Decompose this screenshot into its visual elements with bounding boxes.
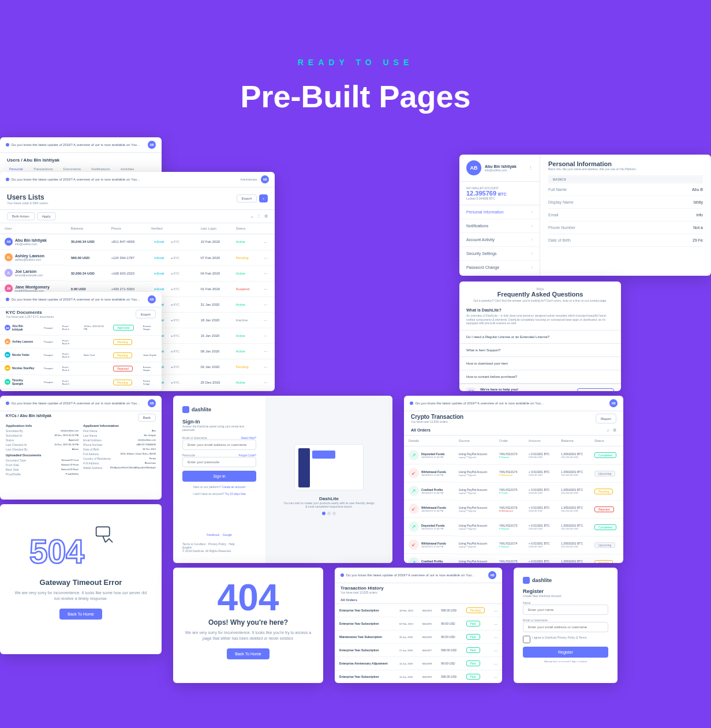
name-input[interactable] bbox=[523, 605, 608, 615]
table-row[interactable]: Maintenance Year Subscription26 Jan, 201… bbox=[335, 631, 502, 644]
more-icon[interactable]: ⋮ bbox=[529, 166, 533, 170]
sidebar-item[interactable]: Notifications› bbox=[459, 219, 540, 233]
search-icon[interactable]: ⌕ bbox=[251, 215, 253, 219]
add-button[interactable]: + bbox=[259, 194, 268, 202]
create-account-link[interactable]: Create an account bbox=[222, 485, 245, 489]
table-row[interactable]: Enterprise Year Subscription10 Feb, 2019… bbox=[335, 604, 502, 617]
agree-checkbox[interactable] bbox=[523, 636, 530, 643]
faq-question[interactable]: Do I need a Regular License or an Extend… bbox=[459, 331, 621, 344]
user-avatar: AB bbox=[466, 160, 481, 175]
avatar[interactable]: AB bbox=[148, 141, 156, 149]
faq-question[interactable]: How to contact before purchase? bbox=[459, 370, 621, 384]
avatar[interactable]: AB bbox=[261, 175, 269, 183]
info-icon bbox=[6, 143, 9, 147]
faq-card: FAQs Frequently Asked Questions Got a qu… bbox=[459, 282, 621, 391]
table-row[interactable]: NSNicolas StanfleyPassportFront / Back ▾… bbox=[0, 362, 162, 375]
error-illustration: 504 bbox=[29, 524, 133, 571]
table-row[interactable]: ↙Withdrawal Funds18/10/2019 12:04 PMUsin… bbox=[404, 500, 623, 518]
email-input[interactable] bbox=[523, 622, 608, 632]
svg-text:504: 504 bbox=[29, 534, 84, 570]
transaction-history-card: Do you know the latest update of 2019? A… bbox=[335, 568, 502, 683]
hero-title: Pre-Built Pages bbox=[0, 78, 711, 114]
table-row[interactable]: TSTimothy SpanglePassportFront / Back ▾P… bbox=[0, 375, 162, 389]
error-404-card: 404 Oops! Why you're here? We are very s… bbox=[173, 568, 323, 683]
svg-rect-1 bbox=[96, 527, 110, 536]
info-icon bbox=[6, 298, 9, 301]
kyc-table: ABAbu Bin IshtiyakPassportFront / Back ▾… bbox=[0, 321, 162, 391]
sidebar-item[interactable]: Personal Information› bbox=[459, 205, 540, 219]
tranx-table: Enterprise Year Subscription10 Feb, 2019… bbox=[335, 604, 502, 683]
table-row[interactable]: Enterprise Year Subscription21 Jan, 2019… bbox=[335, 644, 502, 657]
table-row[interactable]: ABAbu Bin Ishtiyakinfo@softnio.com35,040… bbox=[0, 234, 275, 250]
signin-card: dashlite Sign-In Access the DashLite pan… bbox=[173, 396, 392, 563]
settings-icon[interactable]: ⚙ bbox=[613, 428, 616, 433]
apply-button[interactable]: Apply bbox=[37, 212, 56, 220]
export-button[interactable]: Export bbox=[136, 310, 156, 318]
sidebar-item[interactable]: Account Activity› bbox=[459, 233, 540, 247]
bulk-action[interactable]: Bulk Action bbox=[7, 212, 35, 220]
back-home-button[interactable]: Back To Home bbox=[227, 648, 269, 659]
promo-image bbox=[294, 444, 364, 490]
table-row[interactable]: NYNicola YoderPassportFront / Back ▾Bank… bbox=[0, 348, 162, 362]
info-icon bbox=[6, 178, 9, 181]
sidebar-item[interactable]: Password Change› bbox=[459, 261, 540, 275]
password-input[interactable] bbox=[182, 457, 256, 467]
export-button[interactable]: Export bbox=[237, 194, 257, 202]
faq-question[interactable]: How to download your item bbox=[459, 357, 621, 370]
table-row[interactable]: Enterprise Year Subscription02 Feb, 2019… bbox=[335, 617, 502, 631]
table-row[interactable]: RAReginaldo AguirrePassportFront / Back … bbox=[0, 389, 162, 391]
breadcrumb: Users / Abu Bin Ishtiyak bbox=[7, 157, 155, 163]
crypto-card: Do you know the latest update of 2019? A… bbox=[404, 396, 623, 563]
faq-question[interactable]: What is Item Support? bbox=[459, 344, 621, 357]
support-button[interactable]: Get Support Now bbox=[577, 388, 614, 392]
settings-icon[interactable]: ⚙ bbox=[264, 214, 268, 219]
account-settings-card: AB Abu Bin Ishtiyakinfo@softnio.com ⋮ NI… bbox=[459, 155, 711, 276]
sidebar-item[interactable]: Security Settings› bbox=[459, 247, 540, 261]
chat-icon: 💬 bbox=[466, 388, 476, 392]
email-input[interactable] bbox=[182, 440, 256, 450]
header: Do you know the latest update of 2019? A… bbox=[0, 137, 162, 153]
table-row[interactable]: Enterprise Anniversary Adjustment14 Jan,… bbox=[335, 657, 502, 670]
signin-button[interactable]: Sign in bbox=[182, 471, 256, 482]
logo-icon bbox=[182, 406, 189, 413]
hero-subtitle: READY TO USE bbox=[0, 58, 711, 67]
table-row[interactable]: Enterprise Year Subscription14 Jan, 2019… bbox=[335, 670, 502, 684]
kyc-detail-card: Do you know the latest update of 2019? A… bbox=[0, 396, 162, 500]
crypto-table: DetailsSourceOrderAmountBalanceStatus↗De… bbox=[404, 436, 623, 563]
register-button[interactable]: Register bbox=[523, 647, 608, 658]
table-row[interactable]: ↗Credited Profits18/10/2019 12:04 PMUsin… bbox=[404, 554, 623, 563]
logo-icon bbox=[523, 577, 530, 584]
table-row[interactable]: ABAbu Bin IshtiyakPassportFront / Back ▾… bbox=[0, 321, 162, 335]
table-row[interactable]: ↙Withdrawal Funds18/10/2019 12:04 PMUsin… bbox=[404, 464, 623, 482]
table-row[interactable]: JLJoe Larsonlarson@example.com32,000.34 … bbox=[0, 265, 275, 281]
filter-icon[interactable]: ⋮ bbox=[257, 214, 261, 219]
hero: READY TO USE Pre-Built Pages bbox=[0, 0, 711, 137]
error-504-card: 504 Gateway Timeout Error We are very so… bbox=[0, 504, 162, 654]
table-row[interactable]: ↙Withdrawal Funds18/10/2019 12:04 PMUsin… bbox=[404, 536, 623, 554]
kyc-list-card: Do you know the latest update of 2019? A… bbox=[0, 292, 162, 391]
back-button[interactable]: Back bbox=[138, 414, 156, 422]
register-card: dashlite Register Create New DashLite Ac… bbox=[514, 568, 618, 683]
back-home-button[interactable]: Back To Home bbox=[59, 609, 102, 620]
table-row[interactable]: ↗Deposited Funds18/10/2019 12:04 PMUsing… bbox=[404, 446, 623, 465]
sidebar-item[interactable]: Connected with Social› bbox=[459, 275, 540, 276]
table-row[interactable]: ↗Credited Profits18/10/2019 12:04 PMUsin… bbox=[404, 482, 623, 500]
table-row[interactable]: ALAshley LawsonPassportFront / Back ▾Pen… bbox=[0, 335, 162, 348]
table-row[interactable]: ALAshley Lawsonashley@softnio.com580.00 … bbox=[0, 250, 275, 265]
report-button[interactable]: Report bbox=[596, 414, 616, 423]
table-row[interactable]: ↗Deposited Funds18/10/2019 12:04 PMUsing… bbox=[404, 518, 623, 536]
search-icon[interactable]: ⌕ bbox=[607, 428, 609, 433]
